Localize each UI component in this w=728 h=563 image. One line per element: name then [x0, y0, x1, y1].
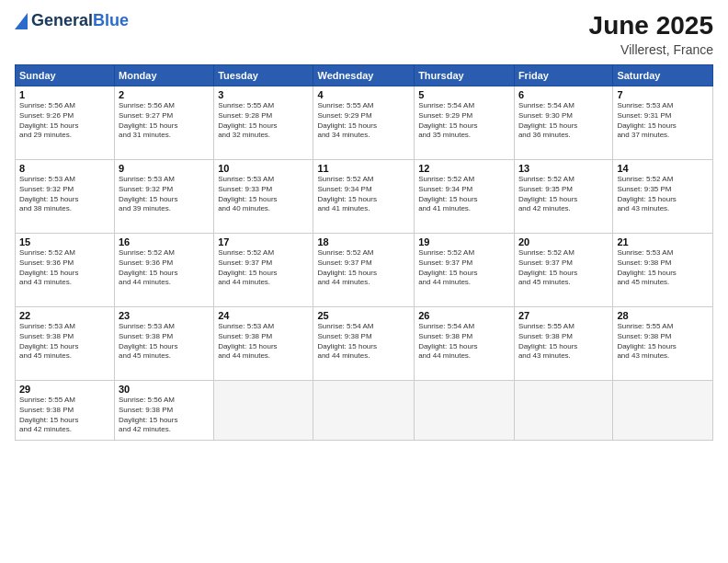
day-number: 23 [119, 310, 210, 321]
title-block: June 2025 Villerest, France [589, 11, 713, 57]
calendar-week-row: 8Sunrise: 5:53 AM Sunset: 9:32 PM Daylig… [16, 160, 713, 234]
day-info: Sunrise: 5:53 AM Sunset: 9:38 PM Dayligh… [218, 322, 309, 362]
table-row: 26Sunrise: 5:54 AM Sunset: 9:38 PM Dayli… [415, 307, 515, 381]
day-number: 18 [317, 236, 410, 247]
day-info: Sunrise: 5:53 AM Sunset: 9:31 PM Dayligh… [617, 101, 709, 141]
day-number: 15 [19, 236, 110, 247]
day-info: Sunrise: 5:54 AM Sunset: 9:38 PM Dayligh… [418, 322, 510, 362]
day-info: Sunrise: 5:53 AM Sunset: 9:33 PM Dayligh… [218, 175, 309, 214]
day-number: 29 [19, 384, 110, 395]
day-number: 21 [617, 236, 709, 247]
day-info: Sunrise: 5:52 AM Sunset: 9:34 PM Dayligh… [317, 175, 410, 214]
table-row: 27Sunrise: 5:55 AM Sunset: 9:38 PM Dayli… [514, 307, 612, 381]
table-row: 20Sunrise: 5:52 AM Sunset: 9:37 PM Dayli… [514, 234, 612, 307]
day-info: Sunrise: 5:54 AM Sunset: 9:29 PM Dayligh… [418, 101, 510, 141]
day-info: Sunrise: 5:52 AM Sunset: 9:37 PM Dayligh… [218, 248, 309, 288]
logo-text: GeneralBlue [31, 11, 129, 30]
day-number: 30 [119, 384, 210, 395]
day-info: Sunrise: 5:52 AM Sunset: 9:37 PM Dayligh… [317, 248, 410, 288]
day-info: Sunrise: 5:53 AM Sunset: 9:32 PM Dayligh… [19, 175, 110, 214]
day-number: 10 [218, 163, 309, 174]
table-row: 15Sunrise: 5:52 AM Sunset: 9:36 PM Dayli… [16, 234, 115, 307]
day-info: Sunrise: 5:53 AM Sunset: 9:38 PM Dayligh… [119, 322, 210, 362]
table-row: 7Sunrise: 5:53 AM Sunset: 9:31 PM Daylig… [613, 86, 713, 160]
day-info: Sunrise: 5:55 AM Sunset: 9:38 PM Dayligh… [518, 322, 609, 362]
day-number: 8 [19, 163, 110, 174]
col-monday: Monday [115, 65, 214, 86]
table-row: 19Sunrise: 5:52 AM Sunset: 9:37 PM Dayli… [415, 234, 515, 307]
day-info: Sunrise: 5:55 AM Sunset: 9:29 PM Dayligh… [317, 101, 410, 141]
table-row: 2Sunrise: 5:56 AM Sunset: 9:27 PM Daylig… [115, 86, 214, 160]
day-info: Sunrise: 5:52 AM Sunset: 9:34 PM Dayligh… [418, 175, 510, 214]
day-number: 11 [317, 163, 410, 174]
logo-icon [15, 13, 28, 29]
col-thursday: Thursday [415, 65, 515, 86]
table-row: 11Sunrise: 5:52 AM Sunset: 9:34 PM Dayli… [313, 160, 415, 234]
table-row: 22Sunrise: 5:53 AM Sunset: 9:38 PM Dayli… [16, 307, 115, 381]
day-info: Sunrise: 5:55 AM Sunset: 9:38 PM Dayligh… [19, 396, 110, 435]
calendar-table: Sunday Monday Tuesday Wednesday Thursday… [15, 64, 713, 441]
day-number: 24 [218, 310, 309, 321]
main-title: June 2025 [589, 11, 713, 40]
day-number: 13 [518, 163, 609, 174]
table-row: 24Sunrise: 5:53 AM Sunset: 9:38 PM Dayli… [214, 307, 313, 381]
table-row: 1Sunrise: 5:56 AM Sunset: 9:26 PM Daylig… [16, 86, 115, 160]
calendar-week-row: 29Sunrise: 5:55 AM Sunset: 9:38 PM Dayli… [16, 381, 713, 441]
day-info: Sunrise: 5:52 AM Sunset: 9:36 PM Dayligh… [119, 248, 210, 288]
table-row: 6Sunrise: 5:54 AM Sunset: 9:30 PM Daylig… [514, 86, 612, 160]
day-number: 2 [119, 89, 210, 100]
col-saturday: Saturday [613, 65, 713, 86]
day-number: 7 [617, 89, 709, 100]
table-row: 30Sunrise: 5:56 AM Sunset: 9:38 PM Dayli… [115, 381, 214, 441]
day-number: 25 [317, 310, 410, 321]
day-info: Sunrise: 5:52 AM Sunset: 9:35 PM Dayligh… [518, 175, 609, 214]
day-number: 1 [19, 89, 110, 100]
day-info: Sunrise: 5:52 AM Sunset: 9:37 PM Dayligh… [418, 248, 510, 288]
calendar-week-row: 1Sunrise: 5:56 AM Sunset: 9:26 PM Daylig… [16, 86, 713, 160]
day-number: 9 [119, 163, 210, 174]
table-row: 9Sunrise: 5:53 AM Sunset: 9:32 PM Daylig… [115, 160, 214, 234]
day-info: Sunrise: 5:54 AM Sunset: 9:38 PM Dayligh… [317, 322, 410, 362]
subtitle: Villerest, France [589, 42, 713, 57]
table-row [415, 381, 515, 441]
col-friday: Friday [514, 65, 612, 86]
table-row: 4Sunrise: 5:55 AM Sunset: 9:29 PM Daylig… [313, 86, 415, 160]
day-number: 19 [418, 236, 510, 247]
col-tuesday: Tuesday [214, 65, 313, 86]
day-number: 27 [518, 310, 609, 321]
day-number: 3 [218, 89, 309, 100]
day-info: Sunrise: 5:56 AM Sunset: 9:26 PM Dayligh… [19, 101, 110, 141]
day-info: Sunrise: 5:52 AM Sunset: 9:36 PM Dayligh… [19, 248, 110, 288]
day-info: Sunrise: 5:52 AM Sunset: 9:37 PM Dayligh… [518, 248, 609, 288]
table-row: 14Sunrise: 5:52 AM Sunset: 9:35 PM Dayli… [613, 160, 713, 234]
logo: GeneralBlue [15, 11, 129, 30]
day-number: 20 [518, 236, 609, 247]
table-row: 16Sunrise: 5:52 AM Sunset: 9:36 PM Dayli… [115, 234, 214, 307]
table-row: 18Sunrise: 5:52 AM Sunset: 9:37 PM Dayli… [313, 234, 415, 307]
table-row: 21Sunrise: 5:53 AM Sunset: 9:38 PM Dayli… [613, 234, 713, 307]
table-row: 12Sunrise: 5:52 AM Sunset: 9:34 PM Dayli… [415, 160, 515, 234]
table-row: 23Sunrise: 5:53 AM Sunset: 9:38 PM Dayli… [115, 307, 214, 381]
table-row: 25Sunrise: 5:54 AM Sunset: 9:38 PM Dayli… [313, 307, 415, 381]
day-number: 12 [418, 163, 510, 174]
table-row: 28Sunrise: 5:55 AM Sunset: 9:38 PM Dayli… [613, 307, 713, 381]
day-number: 17 [218, 236, 309, 247]
day-info: Sunrise: 5:53 AM Sunset: 9:38 PM Dayligh… [19, 322, 110, 362]
calendar-week-row: 22Sunrise: 5:53 AM Sunset: 9:38 PM Dayli… [16, 307, 713, 381]
table-row [214, 381, 313, 441]
table-row: 3Sunrise: 5:55 AM Sunset: 9:28 PM Daylig… [214, 86, 313, 160]
day-number: 22 [19, 310, 110, 321]
table-row [613, 381, 713, 441]
day-info: Sunrise: 5:52 AM Sunset: 9:35 PM Dayligh… [617, 175, 709, 214]
table-row: 8Sunrise: 5:53 AM Sunset: 9:32 PM Daylig… [16, 160, 115, 234]
day-number: 28 [617, 310, 709, 321]
day-number: 6 [518, 89, 609, 100]
calendar-page: GeneralBlue June 2025 Villerest, France … [0, 0, 728, 563]
calendar-week-row: 15Sunrise: 5:52 AM Sunset: 9:36 PM Dayli… [16, 234, 713, 307]
col-sunday: Sunday [16, 65, 115, 86]
day-number: 4 [317, 89, 410, 100]
calendar-header-row: Sunday Monday Tuesday Wednesday Thursday… [16, 65, 713, 86]
day-info: Sunrise: 5:56 AM Sunset: 9:27 PM Dayligh… [119, 101, 210, 141]
day-number: 26 [418, 310, 510, 321]
header: GeneralBlue June 2025 Villerest, France [15, 11, 713, 57]
